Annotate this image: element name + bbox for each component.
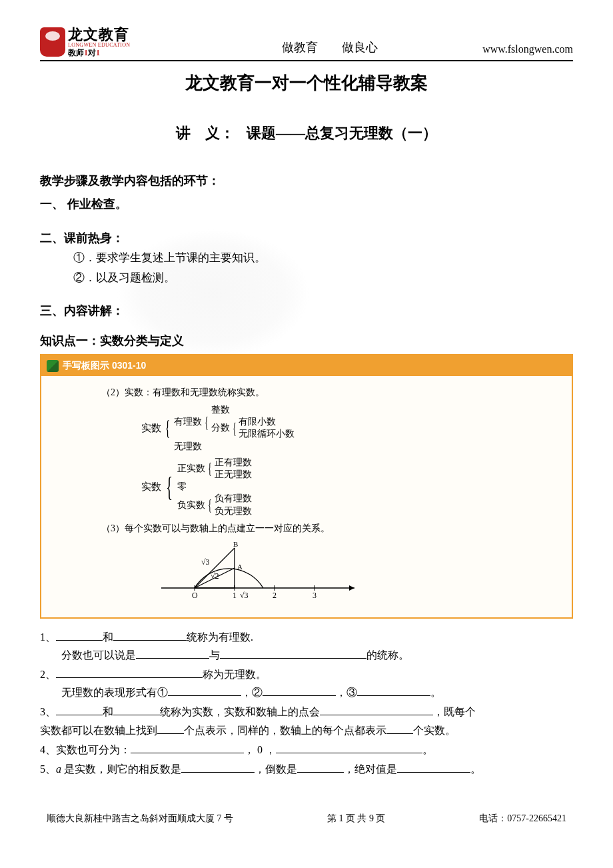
svg-text:A: A xyxy=(237,563,243,571)
blank[interactable] xyxy=(56,705,103,715)
blank[interactable] xyxy=(181,762,255,773)
svg-text:√2: √2 xyxy=(211,571,219,581)
page-footer: 顺德大良新桂中路吉之岛斜对面顺成大厦 7 号 第 1 页 共 9 页 电话：07… xyxy=(40,811,573,826)
section-three-head: 三、内容讲解： xyxy=(40,301,573,321)
pen-icon xyxy=(47,360,59,372)
blank[interactable] xyxy=(113,630,187,641)
question-1: 1、和统称为有理数. 分数也可以说是与的统称。 xyxy=(40,628,573,664)
diagram-line-3: （3）每个实数可以与数轴上的点建立一一对应的关系。 xyxy=(61,521,552,536)
classification-1: 实数 { 有理数 { 整数 分数 { xyxy=(141,404,552,453)
svg-line-12 xyxy=(195,548,235,588)
subtitle-body: 课题——总复习无理数（一） xyxy=(247,125,437,141)
question-3: 3、和统称为实数，实数和数轴上的点会，既每个 实数都可以在数轴上找到个点表示，同… xyxy=(40,703,573,739)
blank[interactable] xyxy=(357,685,430,696)
blank[interactable] xyxy=(168,685,241,696)
diagram-header-label: 手写板图示 0301-10 xyxy=(63,358,146,373)
section-two-head: 二、课前热身： xyxy=(40,229,573,248)
svg-marker-1 xyxy=(349,585,354,591)
svg-text:3: 3 xyxy=(312,591,316,600)
footer-phone: 电话：0757-22665421 xyxy=(479,811,566,826)
blank[interactable] xyxy=(113,705,160,715)
page-header: 龙文教育 LONGWEN EDUCATION 教师1对1 做教育 做良心 www… xyxy=(40,27,573,61)
blank[interactable] xyxy=(386,723,413,734)
section-two-item2: ②．以及习题检测。 xyxy=(73,269,573,287)
classification-2: 实数 { 正实数 { 正有理数 正无理数 零 负 xyxy=(141,457,552,517)
header-url: www.fslongwen.com xyxy=(482,41,573,58)
blank[interactable] xyxy=(136,648,209,659)
logo-tagline: 教师1对1 xyxy=(68,49,130,57)
svg-text:2: 2 xyxy=(273,591,277,600)
blank[interactable] xyxy=(56,630,103,641)
question-5: 5、a 是实数，则它的相反数是，倒数是，绝对值是。 xyxy=(40,760,573,778)
svg-text:√3: √3 xyxy=(201,557,210,567)
content: 教学步骤及教学内容包括的环节： 一、 作业检查。 二、课前热身： ①．要求学生复… xyxy=(40,171,573,778)
blank[interactable] xyxy=(320,705,433,715)
footer-address: 顺德大良新桂中路吉之岛斜对面顺成大厦 7 号 xyxy=(47,811,233,826)
svg-text:O: O xyxy=(192,591,198,600)
diagram-box: 手写板图示 0301-10 （2）实数：有理数和无理数统称实数。 实数 { 有理… xyxy=(40,354,573,618)
svg-text:√3: √3 xyxy=(240,591,249,600)
section-two-item1: ①．要求学生复述上节课的主要知识。 xyxy=(73,249,573,267)
number-line: O 1 2 3 B A √3 √2 √3 xyxy=(155,541,552,606)
subtitle-lead: 讲 义： xyxy=(176,125,235,141)
logo-icon xyxy=(40,27,65,57)
logo-brand: 龙文教育 xyxy=(68,27,130,43)
svg-text:B: B xyxy=(233,541,238,548)
blank[interactable] xyxy=(397,762,470,773)
blank[interactable] xyxy=(276,743,422,753)
diagram-line-2: （2）实数：有理数和无理数统称实数。 xyxy=(61,385,552,400)
blank[interactable] xyxy=(220,648,366,659)
header-slogan: 做教育 做良心 xyxy=(282,38,378,57)
section-one: 一、 作业检查。 xyxy=(40,195,573,214)
blank[interactable] xyxy=(297,762,344,773)
question-4: 4、实数也可分为：， 0 ，。 xyxy=(40,741,573,759)
blank[interactable] xyxy=(131,743,244,753)
blank[interactable] xyxy=(157,723,184,734)
diagram-body: （2）实数：有理数和无理数统称实数。 实数 { 有理数 { 整数 分数 xyxy=(41,376,572,617)
steps-heading: 教学步骤及教学内容包括的环节： xyxy=(40,171,573,191)
page-title: 龙文教育一对一个性化辅导教案 xyxy=(40,69,573,97)
svg-text:1: 1 xyxy=(233,591,237,600)
footer-page: 第 1 页 共 9 页 xyxy=(327,811,386,826)
blank[interactable] xyxy=(263,685,336,696)
logo: 龙文教育 LONGWEN EDUCATION 教师1对1 xyxy=(40,27,130,57)
diagram-header: 手写板图示 0301-10 xyxy=(41,355,572,375)
blank[interactable] xyxy=(56,667,203,678)
logo-text: 龙文教育 LONGWEN EDUCATION 教师1对1 xyxy=(68,27,130,57)
knowledge-point-1: 知识点一：实数分类与定义 xyxy=(40,331,573,351)
question-2: 2、称为无理数。 无理数的表现形式有①，②，③。 xyxy=(40,665,573,701)
page-subtitle: 讲 义：课题——总复习无理数（一） xyxy=(40,121,573,145)
